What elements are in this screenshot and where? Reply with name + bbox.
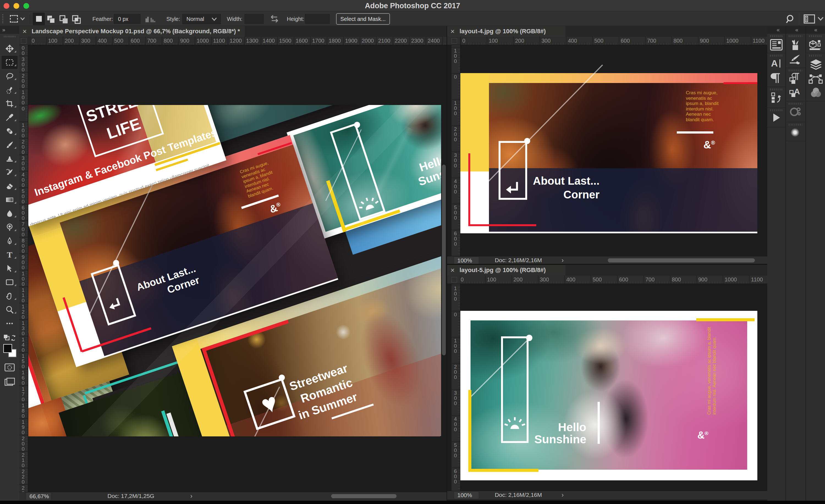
svg-text:A: A bbox=[771, 58, 778, 68]
svg-text:T: T bbox=[7, 251, 12, 259]
